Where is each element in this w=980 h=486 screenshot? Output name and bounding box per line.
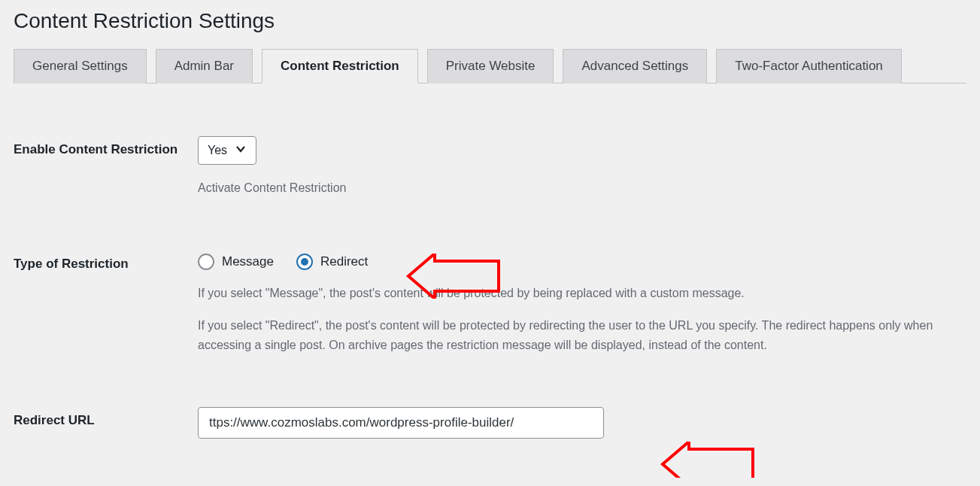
annotation-arrow-icon bbox=[659, 442, 757, 478]
desc-type-redirect: If you select "Redirect", the post's con… bbox=[198, 316, 965, 354]
label-redirect-url: Redirect URL bbox=[14, 407, 198, 428]
tab-content-restriction[interactable]: Content Restriction bbox=[262, 49, 418, 84]
row-enable-restriction: Enable Content Restriction Yes Activate … bbox=[14, 136, 966, 198]
input-redirect-url[interactable] bbox=[198, 407, 604, 439]
row-type-restriction: Type of Restriction Message Redirect If … bbox=[14, 251, 966, 355]
label-type-restriction: Type of Restriction bbox=[14, 251, 198, 272]
chevron-down-icon bbox=[235, 143, 247, 158]
desc-type-message: If you select "Message", the post's cont… bbox=[198, 284, 965, 303]
radio-message[interactable] bbox=[198, 254, 214, 270]
tab-admin-bar[interactable]: Admin Bar bbox=[156, 49, 253, 84]
page-title: Content Restriction Settings bbox=[14, 9, 966, 33]
select-enable-value: Yes bbox=[208, 144, 227, 157]
radio-redirect-label: Redirect bbox=[320, 254, 368, 269]
label-enable-restriction: Enable Content Restriction bbox=[14, 136, 198, 157]
row-redirect-url: Redirect URL bbox=[14, 407, 966, 439]
radio-group-type: Message Redirect bbox=[198, 251, 965, 270]
tab-private-website[interactable]: Private Website bbox=[427, 49, 554, 84]
desc-enable-restriction: Activate Content Restriction bbox=[198, 178, 965, 198]
tab-two-factor-auth[interactable]: Two-Factor Authentication bbox=[716, 49, 902, 84]
radio-redirect[interactable] bbox=[296, 254, 313, 270]
select-enable-restriction[interactable]: Yes bbox=[198, 136, 256, 165]
tabs-nav: General Settings Admin Bar Content Restr… bbox=[14, 48, 966, 84]
tab-general-settings[interactable]: General Settings bbox=[14, 49, 147, 84]
radio-message-label: Message bbox=[222, 254, 274, 269]
tab-advanced-settings[interactable]: Advanced Settings bbox=[563, 49, 707, 84]
